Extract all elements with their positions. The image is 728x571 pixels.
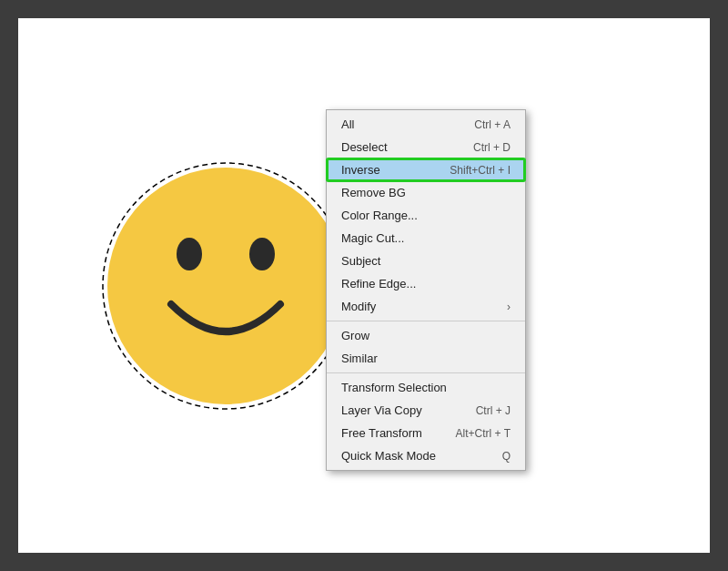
menu-item-label-inverse: Inverse — [341, 163, 380, 177]
menu-item-transform-selection[interactable]: Transform Selection — [327, 376, 525, 399]
menu-item-shortcut-quick-mask-mode: Q — [502, 450, 511, 463]
menu-item-label-remove-bg: Remove BG — [341, 186, 406, 199]
menu-item-label-layer-via-copy: Layer Via Copy — [341, 403, 422, 417]
menu-item-label-quick-mask-mode: Quick Mask Mode — [341, 449, 436, 463]
menu-item-label-refine-edge: Refine Edge... — [341, 277, 416, 291]
menu-item-label-modify: Modify — [341, 300, 376, 313]
menu-item-free-transform[interactable]: Free TransformAlt+Ctrl + T — [327, 422, 525, 444]
menu-item-subject[interactable]: Subject — [327, 250, 525, 272]
menu-item-label-grow: Grow — [341, 329, 369, 342]
menu-item-label-all: All — [341, 117, 354, 131]
menu-item-label-deselect: Deselect — [341, 140, 388, 154]
menu-item-label-subject: Subject — [341, 254, 380, 268]
menu-item-shortcut-deselect: Ctrl + D — [473, 141, 511, 154]
menu-item-label-magic-cut: Magic Cut... — [341, 231, 404, 245]
menu-item-grow[interactable]: Grow — [327, 324, 525, 347]
menu-item-refine-edge[interactable]: Refine Edge... — [327, 272, 525, 295]
menu-item-color-range[interactable]: Color Range... — [327, 204, 525, 227]
menu-item-similar[interactable]: Similar — [327, 347, 525, 370]
menu-item-quick-mask-mode[interactable]: Quick Mask ModeQ — [327, 444, 525, 467]
menu-item-layer-via-copy[interactable]: Layer Via CopyCtrl + J — [327, 399, 525, 422]
menu-item-label-color-range: Color Range... — [341, 209, 418, 222]
menu-item-label-transform-selection: Transform Selection — [341, 381, 447, 394]
menu-item-deselect[interactable]: DeselectCtrl + D — [327, 136, 525, 158]
menu-divider — [327, 372, 525, 373]
svg-point-2 — [177, 238, 202, 270]
menu-item-remove-bg[interactable]: Remove BG — [327, 181, 525, 204]
menu-item-shortcut-layer-via-copy: Ctrl + J — [476, 404, 511, 417]
menu-item-all[interactable]: AllCtrl + A — [327, 113, 525, 136]
svg-point-3 — [249, 238, 275, 270]
menu-item-inverse[interactable]: InverseShift+Ctrl + I — [327, 158, 525, 181]
menu-item-shortcut-inverse: Shift+Ctrl + I — [450, 164, 511, 177]
menu-item-shortcut-all: Ctrl + A — [474, 118, 511, 131]
menu-item-modify[interactable]: Modify› — [327, 295, 525, 318]
menu-item-arrow-modify: › — [507, 301, 511, 313]
smiley-face — [98, 158, 353, 413]
svg-point-1 — [107, 168, 344, 404]
menu-item-label-similar: Similar — [341, 352, 378, 365]
context-menu: AllCtrl + ADeselectCtrl + DInverseShift+… — [326, 109, 526, 471]
menu-item-shortcut-free-transform: Alt+Ctrl + T — [456, 427, 511, 440]
menu-item-label-free-transform: Free Transform — [341, 426, 422, 440]
menu-item-magic-cut[interactable]: Magic Cut... — [327, 227, 525, 250]
menu-divider — [327, 321, 525, 321]
